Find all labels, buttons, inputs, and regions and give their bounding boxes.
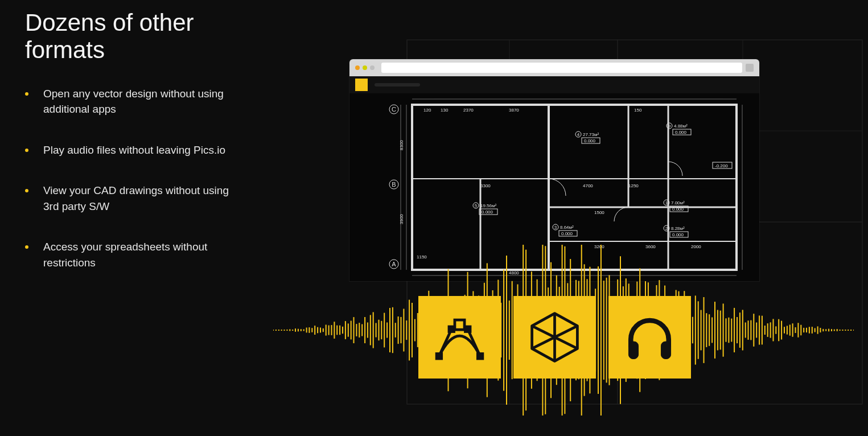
traffic-lights (355, 65, 375, 70)
svg-rect-99 (348, 323, 349, 336)
svg-rect-103 (359, 323, 360, 338)
svg-text:8.64м²: 8.64м² (560, 225, 574, 230)
section-title: Dozens of other formats (25, 9, 241, 64)
headphones-icon (623, 310, 677, 364)
svg-text:3900: 3900 (399, 214, 404, 224)
feature-text: View your CAD drawings without using 3rd… (43, 183, 241, 214)
svg-text:8.28м²: 8.28м² (671, 226, 685, 231)
svg-rect-106 (367, 323, 368, 338)
svg-text:0.000: 0.000 (482, 209, 493, 215)
svg-rect-85 (308, 327, 310, 333)
svg-text:0.000: 0.000 (672, 232, 684, 237)
svg-text:5: 5 (475, 203, 478, 208)
svg-rect-81 (298, 329, 299, 332)
svg-line-282 (439, 329, 451, 356)
svg-rect-101 (353, 317, 355, 343)
svg-rect-100 (351, 321, 352, 340)
svg-text:3600: 3600 (645, 244, 656, 249)
svg-text:4800: 4800 (509, 270, 519, 275)
svg-text:2: 2 (665, 226, 668, 231)
svg-text:3200: 3200 (594, 244, 604, 249)
svg-text:2370: 2370 (463, 108, 474, 113)
minimize-dot-icon (363, 65, 367, 70)
svg-text:130: 130 (441, 108, 449, 113)
browser-mockup: C B A 4 27.73м² 0.000 9 4.88м² (349, 59, 759, 281)
svg-text:4.88м²: 4.88м² (674, 124, 688, 129)
feature-list: Open any vector design without using add… (25, 86, 241, 271)
svg-rect-90 (323, 328, 324, 332)
svg-text:150: 150 (634, 108, 642, 113)
vector-format-tile (418, 296, 501, 379)
svg-text:0.000: 0.000 (584, 138, 596, 143)
svg-text:0.000: 0.000 (672, 207, 684, 212)
svg-text:3870: 3870 (509, 108, 519, 113)
svg-text:19.56м²: 19.56м² (480, 203, 497, 208)
svg-text:0.000: 0.000 (561, 231, 573, 236)
close-dot-icon (355, 65, 360, 70)
svg-rect-87 (314, 326, 315, 335)
svg-rect-108 (373, 312, 374, 348)
svg-text:120: 120 (423, 108, 431, 113)
svg-rect-109 (376, 323, 377, 338)
svg-text:27.73м²: 27.73м² (583, 132, 599, 137)
svg-text:0.000: 0.000 (675, 130, 687, 135)
svg-text:9: 9 (668, 124, 671, 129)
axis-label: B (392, 181, 396, 188)
svg-rect-98 (345, 321, 346, 339)
svg-rect-89 (320, 328, 321, 333)
svg-rect-77 (286, 330, 287, 331)
svg-rect-97 (342, 327, 343, 334)
feature-text: Play audio files without leaving Pics.io (43, 142, 225, 158)
svg-rect-80 (295, 328, 296, 332)
svg-rect-285 (476, 352, 484, 360)
svg-text:4: 4 (577, 132, 580, 137)
svg-text:3300: 3300 (480, 183, 491, 188)
svg-rect-96 (339, 326, 340, 335)
svg-rect-88 (317, 327, 318, 334)
svg-rect-93 (331, 325, 332, 335)
svg-rect-91 (326, 325, 327, 336)
bullet-dot-icon (25, 189, 28, 192)
svg-text:7.00м²: 7.00м² (671, 200, 685, 205)
svg-text:3: 3 (554, 225, 557, 230)
cad-format-tile (513, 296, 596, 379)
text-column: Dozens of other formats Open any vector … (25, 9, 241, 295)
svg-rect-76 (284, 330, 285, 331)
svg-rect-72 (273, 330, 274, 331)
feature-item: Open any vector design without using add… (25, 86, 241, 117)
svg-rect-288 (455, 320, 464, 330)
svg-text:1150: 1150 (417, 254, 427, 260)
bullet-dot-icon (25, 92, 28, 96)
svg-rect-102 (356, 324, 357, 336)
vector-icon (433, 310, 487, 364)
feature-item: Play audio files without leaving Pics.io (25, 142, 241, 158)
svg-text:2000: 2000 (691, 244, 701, 249)
feature-item: Access your spreadsheets without restric… (25, 239, 241, 270)
app-toolbar (349, 76, 759, 93)
svg-rect-284 (435, 352, 443, 360)
cad-blueprint-view: C B A 4 27.73м² 0.000 9 4.88м² (349, 93, 759, 281)
axis-label: C (392, 106, 396, 113)
bullet-dot-icon (25, 245, 28, 249)
app-logo-icon (355, 79, 368, 91)
svg-rect-78 (289, 329, 290, 331)
svg-rect-84 (306, 328, 307, 333)
address-bar (381, 63, 742, 73)
format-tiles (418, 296, 691, 379)
svg-text:8300: 8300 (399, 140, 404, 150)
window-controls (746, 64, 754, 72)
svg-rect-293 (628, 342, 638, 359)
svg-line-283 (468, 329, 480, 356)
svg-rect-104 (361, 324, 363, 336)
svg-rect-74 (278, 330, 279, 331)
3d-cube-icon (528, 310, 582, 364)
svg-rect-94 (334, 322, 335, 339)
audio-format-tile (608, 296, 691, 379)
svg-text:4700: 4700 (583, 183, 593, 188)
svg-rect-86 (311, 328, 312, 332)
svg-rect-73 (275, 330, 277, 331)
window-control-icon (746, 64, 754, 72)
svg-rect-75 (281, 330, 282, 331)
svg-rect-92 (328, 326, 330, 335)
svg-rect-107 (370, 315, 371, 345)
